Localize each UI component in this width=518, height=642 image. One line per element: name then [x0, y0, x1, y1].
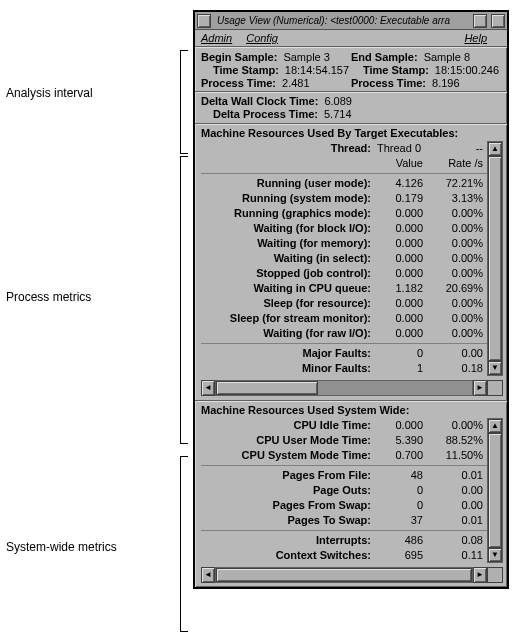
end-pt-label: Process Time:	[351, 77, 426, 89]
process-row: Sleep (for stream monitor):0.0000.00%	[201, 311, 487, 326]
process-row: Stopped (job control):0.0000.00%	[201, 266, 487, 281]
metric-label: Pages To Swap:	[201, 513, 377, 528]
metric-rate: 0.00%	[431, 326, 487, 341]
metric-value: 0.179	[377, 191, 431, 206]
metric-label: Running (graphics mode):	[201, 206, 377, 221]
metric-rate: 0.11	[431, 548, 487, 563]
process-row: Running (graphics mode):0.0000.00%	[201, 206, 487, 221]
intr-row: Context Switches:6950.11	[201, 548, 487, 563]
process-row: Waiting (for memory):0.0000.00%	[201, 236, 487, 251]
metric-value: 0.000	[377, 221, 431, 236]
col-rate: Rate /s	[431, 156, 487, 171]
begin-sample-label: Begin Sample:	[201, 51, 277, 63]
menu-config[interactable]: Config	[246, 32, 278, 44]
process-scrollbar-v[interactable]: ▲ ▼	[487, 141, 503, 376]
callout-analysis-interval: Analysis interval	[6, 86, 93, 100]
end-pt-value: 8.196	[432, 77, 460, 89]
fault-row: Major Faults:00.00	[201, 346, 487, 361]
system-scrollbar-v[interactable]: ▲ ▼	[487, 418, 503, 563]
analysis-interval-panel: Begin Sample:Sample 3 Time Stamp:18:14:5…	[195, 47, 507, 91]
metric-value: 0	[377, 483, 431, 498]
metric-label: Minor Faults:	[201, 361, 377, 376]
delta-proc-label: Delta Process Time:	[213, 108, 318, 120]
metric-value: 0.000	[377, 326, 431, 341]
scroll-thumb-v[interactable]	[488, 156, 502, 361]
metric-label: CPU System Mode Time:	[201, 448, 377, 463]
delta-panel: Delta Wall Clock Time:6.089 Delta Proces…	[195, 92, 507, 124]
bracket-system	[180, 456, 188, 632]
metric-label: Sleep (for resource):	[201, 296, 377, 311]
metric-value: 0.000	[377, 206, 431, 221]
page-row: Pages To Swap:370.01	[201, 513, 487, 528]
metric-value: 0.000	[377, 296, 431, 311]
end-ts-value: 18:15:00.246	[435, 64, 499, 76]
page-row: Pages From File:480.01	[201, 468, 487, 483]
metric-rate: 0.00%	[431, 206, 487, 221]
metric-value: 695	[377, 548, 431, 563]
bracket-process	[180, 156, 188, 444]
metric-label: Waiting (in select):	[201, 251, 377, 266]
end-sample-value: Sample 8	[424, 51, 470, 63]
menu-admin[interactable]: Admin	[201, 32, 232, 44]
process-row: Running (system mode):0.1793.13%	[201, 191, 487, 206]
fault-row: Minor Faults:10.18	[201, 361, 487, 376]
metric-rate: 0.00%	[431, 251, 487, 266]
metric-value: 5.390	[377, 433, 431, 448]
metric-rate: 88.52%	[431, 433, 487, 448]
scroll-thumb-v[interactable]	[488, 433, 502, 548]
metric-label: Running (user mode):	[201, 176, 377, 191]
maximize-button[interactable]	[491, 14, 505, 28]
metric-label: Interrupts:	[201, 533, 377, 548]
scroll-corner	[487, 380, 503, 396]
metric-label: Sleep (for stream monitor):	[201, 311, 377, 326]
metric-rate: 3.13%	[431, 191, 487, 206]
delta-wall-value: 6.089	[324, 95, 352, 107]
metric-rate: 0.00	[431, 346, 487, 361]
metric-rate: 0.00	[431, 483, 487, 498]
col-value: Value	[377, 156, 431, 171]
cpu-row: CPU System Mode Time:0.70011.50%	[201, 448, 487, 463]
scroll-right-icon[interactable]: ►	[473, 380, 487, 396]
scroll-corner	[487, 567, 503, 583]
process-scrollbar-h[interactable]: ◄ ►	[201, 380, 503, 396]
metric-value: 48	[377, 468, 431, 483]
process-panel-title: Machine Resources Used By Target Executa…	[195, 124, 507, 141]
metric-value: 1.182	[377, 281, 431, 296]
begin-sample-value: Sample 3	[283, 51, 329, 63]
window-menu-button[interactable]	[197, 14, 211, 28]
metric-label: Running (system mode):	[201, 191, 377, 206]
scroll-down-icon[interactable]: ▼	[488, 548, 502, 562]
scroll-up-icon[interactable]: ▲	[488, 142, 502, 156]
scroll-left-icon[interactable]: ◄	[201, 567, 215, 583]
scroll-right-icon[interactable]: ►	[473, 567, 487, 583]
process-row: Waiting (in select):0.0000.00%	[201, 251, 487, 266]
process-row: Sleep (for resource):0.0000.00%	[201, 296, 487, 311]
metric-rate: 0.01	[431, 513, 487, 528]
callout-process-metrics: Process metrics	[6, 290, 91, 304]
system-scrollbar-h[interactable]: ◄ ►	[201, 567, 503, 583]
metric-rate: 0.00	[431, 498, 487, 513]
thread-label: Thread:	[201, 141, 377, 156]
menu-help[interactable]: Help	[464, 32, 487, 44]
minimize-button[interactable]	[473, 14, 487, 28]
delta-wall-label: Delta Wall Clock Time:	[201, 95, 318, 107]
metric-label: CPU User Mode Time:	[201, 433, 377, 448]
metric-rate: 0.00%	[431, 418, 487, 433]
cpu-row: CPU User Mode Time:5.39088.52%	[201, 433, 487, 448]
titlebar[interactable]: Usage View (Numerical): <test0000: Execu…	[195, 12, 507, 30]
metric-label: Waiting (for memory):	[201, 236, 377, 251]
scroll-left-icon[interactable]: ◄	[201, 380, 215, 396]
scroll-up-icon[interactable]: ▲	[488, 419, 502, 433]
scroll-thumb-h[interactable]	[216, 568, 472, 582]
metric-rate: 0.08	[431, 533, 487, 548]
metric-label: Stopped (job control):	[201, 266, 377, 281]
end-sample-label: End Sample:	[351, 51, 418, 63]
page-row: Page Outs:00.00	[201, 483, 487, 498]
scroll-thumb-h[interactable]	[216, 381, 318, 395]
metric-label: Context Switches:	[201, 548, 377, 563]
metric-value: 0.000	[377, 311, 431, 326]
cpu-row: CPU Idle Time:0.0000.00%	[201, 418, 487, 433]
metric-rate: 0.18	[431, 361, 487, 376]
system-panel: CPU Idle Time:0.0000.00%CPU User Mode Ti…	[195, 418, 507, 567]
scroll-down-icon[interactable]: ▼	[488, 361, 502, 375]
